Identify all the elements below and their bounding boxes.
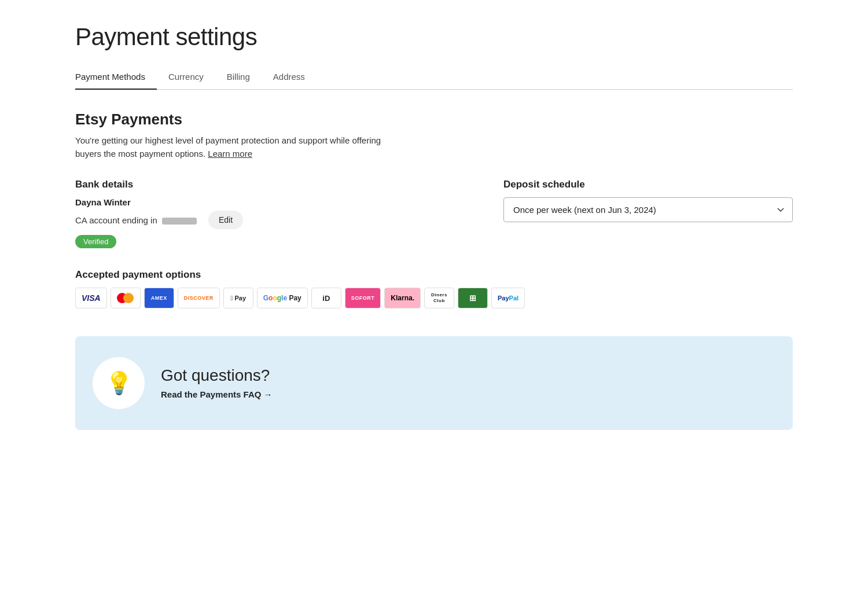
page-title: Payment settings	[75, 23, 793, 51]
payment-icon-konbini: ⊞	[458, 288, 488, 308]
payment-icon-apple-pay:  Pay	[223, 288, 253, 308]
masked-account-number	[162, 218, 197, 225]
bank-section: Bank details Dayna Winter CA account end…	[75, 179, 793, 248]
bank-account-holder: Dayna Winter	[75, 197, 457, 207]
deposit-schedule-dropdown[interactable]: Once per week (next on Jun 3, 2024)Once …	[503, 197, 793, 222]
bank-details-heading: Bank details	[75, 179, 457, 190]
etsy-payments-description: You're getting our highest level of paym…	[75, 134, 793, 160]
payment-icon-diners: DinersClub	[424, 288, 454, 308]
tab-currency[interactable]: Currency	[168, 65, 215, 90]
payment-icons-row: VISA AMEX DISCOVER  Pay Google Pay	[75, 288, 793, 308]
faq-icon-circle: 💡	[93, 357, 145, 409]
bank-account-row: CA account ending in Edit	[75, 211, 457, 229]
verified-badge: Verified	[75, 235, 116, 248]
faq-box: 💡 Got questions? Read the Payments FAQ →	[75, 336, 793, 430]
payment-icon-paypal: PayPal	[491, 288, 525, 308]
faq-title: Got questions?	[161, 366, 273, 385]
tab-billing[interactable]: Billing	[227, 65, 262, 90]
bank-details-col: Bank details Dayna Winter CA account end…	[75, 179, 457, 248]
faq-content: Got questions? Read the Payments FAQ →	[161, 366, 273, 400]
payment-icon-google-pay: Google Pay	[257, 288, 308, 308]
page-container: Payment settings Payment Methods Currenc…	[58, 0, 810, 453]
payment-icon-mastercard	[111, 288, 141, 308]
bank-account-text: CA account ending in	[75, 215, 197, 225]
payment-icon-klarna: Klarna.	[384, 288, 421, 308]
etsy-payments-section: Etsy Payments You're getting our highest…	[75, 111, 793, 160]
tab-address[interactable]: Address	[273, 65, 317, 90]
tab-payment-methods[interactable]: Payment Methods	[75, 65, 157, 90]
accepted-payments-heading: Accepted payment options	[75, 269, 793, 281]
payment-icon-id: iD	[311, 288, 341, 308]
payment-icon-amex: AMEX	[144, 288, 174, 308]
faq-icon: 💡	[105, 370, 133, 396]
etsy-payments-heading: Etsy Payments	[75, 111, 793, 128]
deposit-schedule-col: Deposit schedule Once per week (next on …	[503, 179, 793, 222]
payment-icon-sofort: SOFORT	[345, 288, 381, 308]
accepted-payments-section: Accepted payment options VISA AMEX DISCO…	[75, 269, 793, 308]
edit-bank-button[interactable]: Edit	[208, 211, 243, 229]
payment-icon-visa: VISA	[75, 288, 107, 308]
deposit-schedule-heading: Deposit schedule	[503, 179, 793, 190]
tabs-nav: Payment Methods Currency Billing Address	[75, 65, 793, 90]
faq-link[interactable]: Read the Payments FAQ →	[161, 389, 273, 399]
learn-more-link[interactable]: Learn more	[208, 149, 252, 159]
payment-icon-discover: DISCOVER	[178, 288, 220, 308]
